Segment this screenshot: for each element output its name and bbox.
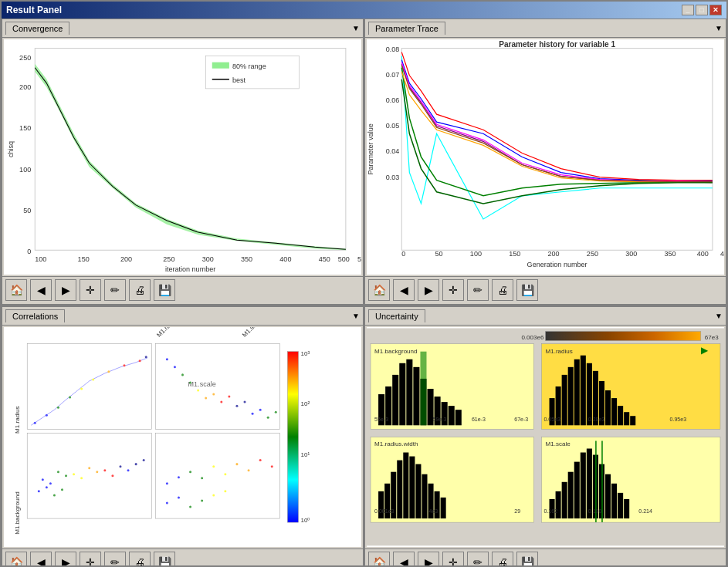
edit-button-tl[interactable]: ✏ xyxy=(104,279,126,301)
forward-button-tr[interactable]: ▶ xyxy=(418,279,439,301)
svg-text:0.162: 0.162 xyxy=(543,508,557,514)
result-panel-window: Result Panel _ □ ✕ Convergence ▼ xyxy=(0,0,728,567)
correlations-tab[interactable]: Correlations xyxy=(5,309,65,322)
svg-text:450: 450 xyxy=(720,250,724,258)
svg-rect-191 xyxy=(618,493,623,518)
edit-button-br[interactable]: ✏ xyxy=(467,552,489,565)
correlations-dropdown[interactable]: ▼ xyxy=(352,312,360,320)
svg-text:0.07: 0.07 xyxy=(386,71,400,79)
home-button-tr[interactable]: 🏠 xyxy=(368,279,390,301)
svg-text:200: 200 xyxy=(120,255,132,263)
svg-text:500: 500 xyxy=(338,255,350,263)
svg-rect-158 xyxy=(630,416,635,425)
edit-button-bl[interactable]: ✏ xyxy=(104,552,126,565)
svg-rect-97 xyxy=(155,433,279,518)
svg-point-92 xyxy=(244,401,246,403)
svg-rect-147 xyxy=(562,375,567,425)
svg-text:Parameter history for variable: Parameter history for variable 1 xyxy=(499,40,615,49)
convergence-tab[interactable]: Convergence xyxy=(5,22,69,35)
svg-text:M1.radius.width: M1.radius.width xyxy=(374,440,418,447)
minimize-button[interactable]: _ xyxy=(682,5,694,15)
back-button-tr[interactable]: ◀ xyxy=(393,279,415,301)
svg-text:0.08: 0.08 xyxy=(386,46,400,53)
forward-button-bl[interactable]: ▶ xyxy=(55,552,76,565)
svg-point-104 xyxy=(235,463,238,465)
back-button-tl[interactable]: ◀ xyxy=(30,279,52,301)
pan-button-bl[interactable]: ✛ xyxy=(80,552,101,565)
svg-point-74 xyxy=(38,490,40,492)
print-button-tr[interactable]: 🖨 xyxy=(492,279,513,301)
svg-text:250: 250 xyxy=(19,54,31,62)
top-row: Convergence ▼ chisq 100 150 200 250 xyxy=(2,19,726,306)
svg-text:M1.scale: M1.scale xyxy=(546,440,571,447)
svg-point-72 xyxy=(119,465,121,467)
svg-text:300: 300 xyxy=(202,255,214,263)
svg-text:Generation number: Generation number xyxy=(527,261,587,268)
uncertainty-svg: 0.003e6 67e3 M1.background xyxy=(367,327,724,547)
svg-text:10²: 10² xyxy=(300,400,310,407)
uncertainty-dropdown[interactable]: ▼ xyxy=(715,312,723,320)
pan-button-tl[interactable]: ✛ xyxy=(80,279,101,301)
svg-text:150: 150 xyxy=(78,255,90,263)
svg-text:150: 150 xyxy=(509,250,520,258)
svg-point-95 xyxy=(267,417,269,419)
svg-text:55e-3: 55e-3 xyxy=(374,417,388,422)
print-button-bl[interactable]: 🖨 xyxy=(129,552,151,565)
back-button-bl[interactable]: ◀ xyxy=(30,552,52,565)
back-button-br[interactable]: ◀ xyxy=(393,552,415,565)
bottom-row: Correlations ▼ M1.radius M1.background M… xyxy=(2,306,726,565)
parameter-trace-plot: Parameter history for variable 1 Paramet… xyxy=(367,39,724,275)
svg-rect-185 xyxy=(581,452,586,518)
svg-point-113 xyxy=(224,490,226,492)
svg-text:350: 350 xyxy=(664,250,676,258)
home-button-br[interactable]: 🏠 xyxy=(368,552,390,565)
svg-text:100: 100 xyxy=(470,250,482,258)
svg-point-103 xyxy=(224,473,226,475)
parameter-trace-tab[interactable]: Parameter Trace xyxy=(368,22,445,35)
svg-point-112 xyxy=(212,494,215,496)
print-button-br[interactable]: 🖨 xyxy=(492,552,513,565)
home-button-bl[interactable]: 🏠 xyxy=(5,552,27,565)
svg-text:350: 350 xyxy=(241,255,252,263)
save-button-tr[interactable]: 💾 xyxy=(516,279,538,301)
svg-rect-174 xyxy=(441,498,446,518)
main-content: Convergence ▼ chisq 100 150 200 250 xyxy=(2,19,726,565)
svg-point-105 xyxy=(248,469,250,471)
svg-rect-189 xyxy=(605,474,611,518)
correlations-plot: M1.radius M1.background M1.radius.width … xyxy=(4,327,361,547)
pan-button-br[interactable]: ✛ xyxy=(442,552,464,565)
save-button-br[interactable]: 💾 xyxy=(516,552,538,565)
svg-point-102 xyxy=(212,465,215,467)
svg-point-70 xyxy=(103,469,106,471)
svg-text:M1.background: M1.background xyxy=(14,491,21,534)
edit-button-tr[interactable]: ✏ xyxy=(467,279,489,301)
svg-point-107 xyxy=(271,465,273,467)
forward-button-br[interactable]: ▶ xyxy=(418,552,439,565)
uncertainty-tab[interactable]: Uncertainty xyxy=(368,309,425,322)
parameter-trace-toolbar: 🏠 ◀ ▶ ✛ ✏ 🖨 💾 xyxy=(365,276,726,304)
svg-point-89 xyxy=(220,401,222,403)
parameter-trace-panel: Parameter Trace ▼ Parameter history for … xyxy=(364,19,726,305)
close-button[interactable]: ✕ xyxy=(709,5,722,15)
convergence-dropdown[interactable]: ▼ xyxy=(352,24,360,32)
svg-text:iteration number: iteration number xyxy=(165,265,215,273)
svg-text:300: 300 xyxy=(625,250,637,258)
forward-button-tl[interactable]: ▶ xyxy=(55,279,76,301)
svg-point-100 xyxy=(189,471,191,473)
maximize-button[interactable]: □ xyxy=(696,5,708,15)
svg-rect-25 xyxy=(401,49,713,251)
svg-text:200: 200 xyxy=(19,83,31,91)
print-button-tl[interactable]: 🖨 xyxy=(129,279,151,301)
svg-rect-190 xyxy=(611,484,617,518)
pan-button-tr[interactable]: ✛ xyxy=(442,279,464,301)
svg-point-75 xyxy=(46,486,48,488)
svg-rect-129 xyxy=(406,359,412,426)
svg-text:400: 400 xyxy=(697,250,709,258)
save-button-tl[interactable]: 💾 xyxy=(154,279,175,301)
save-button-bl[interactable]: 💾 xyxy=(154,552,175,565)
uncertainty-header: Uncertainty ▼ xyxy=(365,307,726,326)
home-button-tl[interactable]: 🏠 xyxy=(5,279,27,301)
svg-point-68 xyxy=(88,467,90,469)
svg-point-79 xyxy=(143,459,145,461)
parameter-trace-dropdown[interactable]: ▼ xyxy=(715,24,723,32)
